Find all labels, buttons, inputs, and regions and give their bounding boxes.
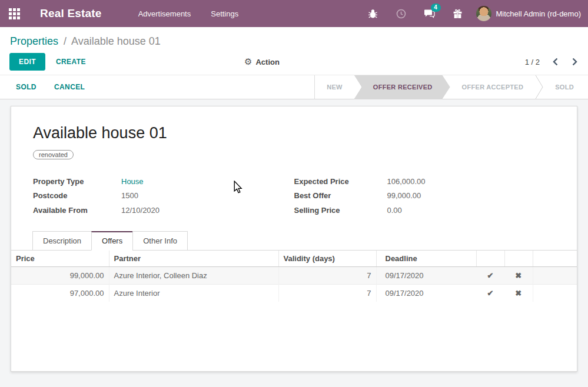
navbar-systray: 4 Mitchell Admin (rd-demo) [363,5,588,22]
debug-bug-icon[interactable] [363,5,383,22]
breadcrumb-properties-link[interactable]: Properties [10,35,58,47]
tab-description[interactable]: Description [32,231,92,251]
offer-validity: 7 [278,284,376,302]
offers-table: Price Partner Validity (days) Deadline 9… [11,251,577,302]
create-button[interactable]: CREATE [56,58,86,66]
column-header-partner[interactable]: Partner [109,251,278,267]
cancel-button[interactable]: CANCEL [54,83,85,91]
field-label-best-offer: Best Offer [294,191,387,200]
stage-pipeline: NEW OFFER RECEIVED OFFER ACCEPTED SOLD [314,75,588,99]
field-value-expected-price: 106,000.00 [387,177,426,186]
form-sheet: Available house 01 renovated Property Ty… [11,106,577,372]
message-count-badge: 4 [431,4,441,12]
field-label-postcode: Postcode [33,191,121,200]
control-panel: Properties / Available house 01 EDIT CRE… [0,27,588,75]
stage-offer-accepted[interactable]: OFFER ACCEPTED [450,75,536,99]
field-label-available-from: Available From [33,206,121,215]
offer-deadline: 09/17/2020 [376,266,476,284]
field-label-expected-price: Expected Price [294,177,387,186]
field-column-left: Property Type House Postcode 1500 Availa… [33,174,294,218]
offer-price: 99,000.00 [11,266,109,284]
breadcrumb-separator: / [64,35,67,47]
tab-other-info[interactable]: Other Info [132,231,188,251]
action-menu[interactable]: ⚙ Action [244,56,280,67]
offer-validity: 7 [278,266,376,284]
column-header-validity[interactable]: Validity (days) [278,251,376,267]
field-value-best-offer: 99,000.00 [387,191,421,200]
field-value-available-from: 12/10/2020 [121,206,160,215]
app-name[interactable]: Real Estate [40,7,102,20]
top-navbar: Real Estate Advertisements Settings [0,0,588,27]
notebook-tabs: Description Offers Other Info [11,231,577,251]
user-avatar [476,6,491,21]
offer-price: 97,000.00 [11,284,109,302]
grid-icon [9,8,20,19]
field-value-selling-price: 0.00 [387,206,402,215]
field-value-property-type[interactable]: House [121,177,144,186]
property-title: Available house 01 [33,124,577,142]
column-header-deadline[interactable]: Deadline [376,251,476,267]
sold-button[interactable]: SOLD [16,83,36,91]
statusbar-buttons: SOLD CANCEL [0,75,314,99]
offers-header-row: Price Partner Validity (days) Deadline [11,251,577,267]
activities-clock-icon[interactable] [391,5,411,22]
user-menu[interactable]: Mitchell Admin (rd-demo) [476,6,582,21]
menu-settings[interactable]: Settings [210,7,240,21]
accept-offer-check-icon[interactable]: ✔ [476,284,504,302]
user-name: Mitchell Admin (rd-demo) [496,9,582,18]
stage-offer-received[interactable]: OFFER RECEIVED [354,75,450,99]
stage-separator [535,75,543,99]
offer-row[interactable]: 97,000.00 Azure Interior 7 09/17/2020 ✔ … [11,284,577,302]
tag-renovated[interactable]: renovated [33,150,74,159]
offer-deadline: 09/17/2020 [376,284,476,302]
pager-count: 1 / 2 [525,58,540,66]
messages-icon[interactable]: 4 [420,5,440,22]
refuse-offer-x-icon[interactable]: ✖ [504,266,533,284]
stage-sold[interactable]: SOLD [543,75,588,99]
stage-new[interactable]: NEW [315,75,354,99]
field-column-right: Expected Price 106,000.00 Best Offer 99,… [294,174,556,218]
gear-icon: ⚙ [244,56,252,67]
offer-partner: Azure Interior, Colleen Diaz [109,266,278,284]
field-label-property-type: Property Type [33,177,121,186]
pager: 1 / 2 [525,56,579,67]
offer-row[interactable]: 99,000.00 Azure Interior, Colleen Diaz 7… [11,266,577,284]
gift-icon[interactable] [448,5,468,22]
apps-menu-icon[interactable] [0,0,28,27]
statusbar: SOLD CANCEL NEW OFFER RECEIVED OFFER ACC… [0,75,588,99]
accept-offer-check-icon[interactable]: ✔ [476,266,504,284]
breadcrumb: Properties / Available house 01 [0,27,588,49]
button-bar: EDIT CREATE ⚙ Action 1 / 2 [0,49,588,75]
field-label-selling-price: Selling Price [294,206,387,215]
field-value-postcode: 1500 [121,191,138,200]
breadcrumb-current: Available house 01 [71,35,161,47]
pager-next-icon[interactable] [571,56,579,67]
edit-button[interactable]: EDIT [9,53,45,71]
column-header-price[interactable]: Price [11,251,109,267]
menu-advertisements[interactable]: Advertisements [137,7,192,21]
app-menus: Advertisements Settings [137,7,240,21]
tab-offers[interactable]: Offers [91,231,133,251]
offer-partner: Azure Interior [109,284,278,302]
field-group: Property Type House Postcode 1500 Availa… [33,174,555,218]
pager-previous-icon[interactable] [552,56,559,67]
refuse-offer-x-icon[interactable]: ✖ [504,284,533,302]
